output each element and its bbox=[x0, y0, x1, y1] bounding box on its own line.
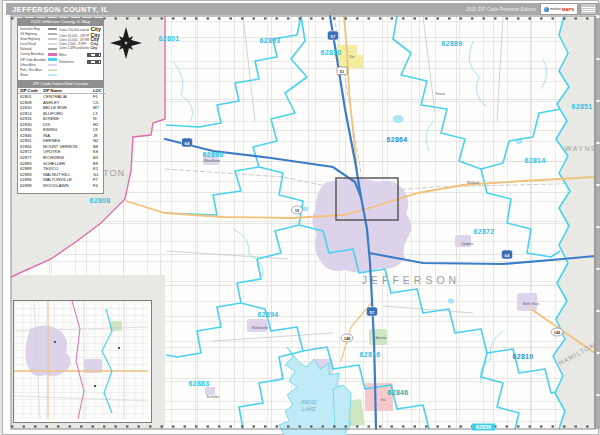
legend-box: 2020 Jefferson County, IL Map Interstate… bbox=[17, 18, 104, 81]
legend-swatch bbox=[48, 28, 58, 30]
town-label: Ina bbox=[381, 398, 386, 402]
legend-swatch bbox=[48, 38, 58, 40]
legend-swatch bbox=[48, 53, 58, 55]
town-label: Woodlawn bbox=[204, 159, 221, 163]
table-row: 62898 WOODLAWN F4 bbox=[18, 183, 106, 189]
globe-icon bbox=[544, 7, 549, 12]
logo-text-maps: MAPS bbox=[562, 7, 574, 12]
interstate-shield: 57 bbox=[367, 307, 378, 316]
state-route-shield: 148 bbox=[341, 334, 353, 342]
zip-index-table: ZIP Code ZIP Name LOC 62801 CENTRALIA F1 bbox=[18, 88, 106, 189]
legend-item: Local Road bbox=[20, 42, 57, 46]
marketmaps-logo: market MAPS bbox=[540, 3, 578, 15]
table-row: 62877 RICHVIEW B3 bbox=[18, 155, 106, 161]
svg-text:148: 148 bbox=[344, 336, 351, 341]
svg-text:REND: REND bbox=[301, 399, 317, 405]
legend-item: Park / Rec Area bbox=[20, 68, 57, 72]
svg-text:15: 15 bbox=[295, 208, 300, 213]
zip-index-box: ZIP Code Index/Grid Locator ZIP Code ZIP… bbox=[17, 80, 104, 194]
svg-text:57: 57 bbox=[370, 310, 375, 315]
legend-item: Railroad bbox=[20, 47, 57, 51]
county-label: TON bbox=[103, 168, 125, 178]
legend-swatch bbox=[48, 48, 58, 50]
scale-bar-km: Kilometers bbox=[59, 60, 101, 64]
interstate-shield: 57 bbox=[328, 31, 339, 40]
legend-swatch bbox=[48, 74, 58, 76]
zip-label: 62846 bbox=[388, 389, 409, 396]
zip-label: 62894 bbox=[258, 311, 279, 318]
map-product-page: JEFFERSON COUNTY, IL 2020 ZIP Code Premi… bbox=[0, 0, 600, 435]
lake-label: REND LAKE bbox=[301, 399, 317, 412]
header-bar: JEFFERSON COUNTY, IL 2020 ZIP Code Premi… bbox=[6, 3, 600, 15]
legend-line-items: Interstate Hwy US Highway State Highway bbox=[20, 27, 57, 77]
state-route-shield: 15 bbox=[292, 206, 303, 214]
map-sheet: JEFFERSON COUNTY, IL 2020 ZIP Code Premi… bbox=[2, 0, 599, 435]
inset-map-box bbox=[13, 300, 152, 423]
legend-item: US Highway bbox=[20, 32, 57, 36]
scale-bar-miles: Miles bbox=[59, 53, 101, 57]
zip-label: 62872 bbox=[474, 228, 495, 235]
zip-label: 62893 bbox=[260, 37, 281, 44]
svg-text:LAKE: LAKE bbox=[302, 406, 316, 412]
scheller-area bbox=[205, 387, 215, 395]
town-label: Bonnie bbox=[375, 336, 386, 340]
zip-label: 62808 bbox=[90, 197, 111, 204]
zip-label: 62801 bbox=[159, 35, 180, 42]
zip-label: 62889 bbox=[442, 40, 463, 47]
legend-swatch bbox=[48, 69, 58, 71]
us-route-shield: 51 bbox=[337, 67, 347, 75]
town-label: Scheller bbox=[207, 395, 221, 399]
legend-item: State Highway bbox=[20, 37, 57, 41]
logo-aux-box bbox=[580, 3, 597, 15]
town-label: Waltonville bbox=[251, 326, 268, 330]
town-label: Opdyke bbox=[461, 242, 473, 246]
legend-swatch bbox=[48, 58, 58, 60]
zip-label: 62898 bbox=[203, 151, 224, 158]
zip-label: 62814 bbox=[525, 157, 546, 164]
legend-item: Urban Area bbox=[20, 63, 57, 67]
edition-label: 2020 ZIP Code Premium Edition bbox=[466, 7, 540, 12]
zip-label: 62883 bbox=[189, 380, 210, 387]
legend-swatch bbox=[48, 43, 58, 45]
svg-text:64: 64 bbox=[185, 141, 190, 146]
legend-item: County Boundary bbox=[20, 52, 57, 56]
legend-swatch bbox=[48, 64, 58, 66]
logo-text: market bbox=[550, 7, 561, 11]
town-label: Texico bbox=[435, 92, 445, 96]
svg-text:51: 51 bbox=[340, 69, 345, 74]
interstate-shield: 64 bbox=[502, 250, 513, 259]
legend-city-item: Cities 2,499 and below City bbox=[59, 46, 101, 50]
zip-label: 62810 bbox=[513, 353, 534, 360]
table-row: 62810 BELLE RIVE M7 bbox=[18, 105, 106, 111]
town-label: Belle Rive bbox=[523, 302, 539, 306]
zip-label: 62851 bbox=[572, 103, 593, 110]
county-label: WAYNE bbox=[565, 145, 597, 152]
legend-city-items: Cities 250,000 and above City Cities 50,… bbox=[59, 27, 101, 50]
inset-map bbox=[14, 301, 148, 419]
interstate-shield: 64 bbox=[182, 138, 193, 147]
svg-text:64: 64 bbox=[505, 253, 510, 258]
zip-label: 62830 bbox=[321, 49, 342, 56]
legend-item: Water bbox=[20, 73, 57, 77]
legend-item: Interstate Hwy bbox=[20, 27, 57, 31]
town-label: Bluford bbox=[467, 181, 478, 185]
legend-swatch bbox=[48, 33, 58, 35]
town-label: Dix bbox=[349, 55, 354, 59]
zip-label-boxed: 62836 bbox=[472, 424, 495, 431]
zip-label: 62864 bbox=[387, 136, 408, 143]
table-row: 62894 WALTONVILLE F7 bbox=[18, 177, 106, 183]
zip-label: 62816 bbox=[360, 351, 381, 358]
table-row: 62801 CENTRALIA F1 bbox=[18, 94, 106, 100]
svg-text:62836: 62836 bbox=[476, 424, 491, 430]
column-header: ZIP Code bbox=[18, 88, 41, 94]
county-label: JEFFERSON bbox=[362, 274, 460, 286]
svg-text:57: 57 bbox=[331, 34, 336, 39]
state-route-shield: 142 bbox=[551, 328, 563, 336]
legend-item: ZIP Code Boundary bbox=[20, 58, 57, 62]
svg-text:142: 142 bbox=[554, 330, 561, 335]
page-title: JEFFERSON COUNTY, IL bbox=[6, 5, 109, 14]
